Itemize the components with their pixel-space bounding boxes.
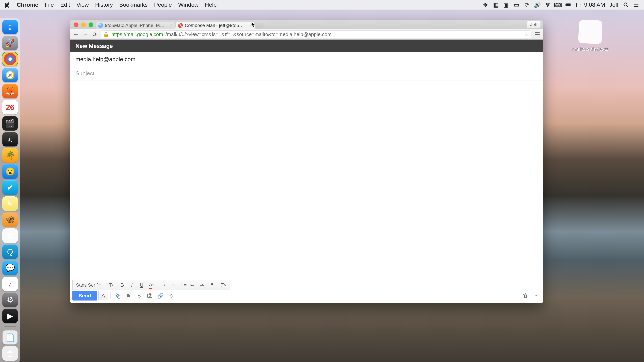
menu-people[interactable]: People bbox=[154, 1, 172, 8]
dock-calendar[interactable]: 26 bbox=[2, 100, 18, 114]
chrome-menu-button[interactable] bbox=[534, 31, 541, 38]
dock-logic[interactable]: ♫ bbox=[2, 132, 18, 147]
nav-forward-button[interactable]: → bbox=[82, 31, 89, 38]
dock-firefox[interactable]: 🦊 bbox=[2, 84, 18, 98]
window-close-button[interactable] bbox=[74, 22, 78, 27]
indent-more-button[interactable]: ⇥ bbox=[197, 280, 207, 290]
dock-messages[interactable]: 💬 bbox=[2, 261, 18, 275]
compose-subject-field[interactable]: Subject bbox=[70, 66, 543, 80]
tab-title: 9to5Mac: Apple iPhone, M… bbox=[105, 23, 165, 28]
insert-link-button[interactable]: 🔗 bbox=[156, 291, 165, 300]
address-bar[interactable]: 🔒 https://mail.google.com/mail/u/0/?view… bbox=[100, 30, 531, 38]
screenrecord-menubar-icon[interactable]: ▣ bbox=[503, 2, 509, 8]
dock-file[interactable]: 📄 bbox=[2, 330, 18, 345]
formatting-toolbar: Sans Serif ▾ тT▾ B I U A▾ ≡▾ ≔ ⋮≡ ⇤ ⇥ bbox=[72, 280, 230, 290]
dock-trash[interactable]: 🗑 bbox=[2, 346, 18, 361]
chrome-profile-badge[interactable]: Jeff bbox=[527, 21, 541, 28]
battery-menubar-icon[interactable] bbox=[566, 2, 572, 8]
new-tab-button[interactable] bbox=[255, 23, 264, 28]
dock-quip[interactable]: Q bbox=[2, 245, 18, 259]
more-options-button[interactable]: ▾ bbox=[531, 291, 541, 300]
desktop-file[interactable]: mailto.safariextz bbox=[567, 20, 614, 52]
menubar-user[interactable]: Jeff bbox=[610, 1, 618, 8]
window-minimize-button[interactable] bbox=[81, 22, 86, 27]
spotlight-icon[interactable] bbox=[623, 2, 629, 8]
insert-emoji-button[interactable]: ☺ bbox=[166, 291, 176, 300]
italic-button[interactable]: I bbox=[127, 280, 137, 290]
dock-notes[interactable]: ✎ bbox=[2, 196, 18, 211]
dock-chrome[interactable] bbox=[2, 52, 18, 66]
chrome-tabstrip: 9to5Mac: Apple iPhone, M… × Compose Mail… bbox=[70, 20, 543, 29]
attach-file-button[interactable]: 📎 bbox=[113, 291, 122, 300]
notification-center-icon[interactable]: ☰ bbox=[633, 2, 639, 8]
lock-icon: 🔒 bbox=[103, 31, 109, 37]
indent-less-button[interactable]: ⇤ bbox=[188, 280, 197, 290]
bold-button[interactable]: B bbox=[117, 280, 127, 290]
active-app-name[interactable]: Chrome bbox=[17, 1, 38, 8]
url-host: https://mail.google.com bbox=[111, 31, 163, 37]
volume-menubar-icon[interactable]: 🔊 bbox=[534, 2, 540, 8]
dock-iphoto[interactable]: 🌴 bbox=[2, 148, 18, 163]
svg-rect-2 bbox=[571, 4, 571, 5]
tab-close-icon[interactable]: × bbox=[170, 23, 173, 28]
textinput-menubar-icon[interactable]: ⌨ bbox=[555, 2, 561, 8]
quote-button[interactable]: ❝ bbox=[207, 280, 217, 290]
menu-bookmarks[interactable]: Bookmarks bbox=[119, 1, 148, 8]
remove-formatting-button[interactable]: T✕ bbox=[219, 280, 228, 290]
menu-window[interactable]: Window bbox=[178, 1, 198, 8]
numbered-list-button[interactable]: ≔ bbox=[168, 280, 178, 290]
window-zoom-button[interactable] bbox=[88, 22, 93, 27]
safariext-icon bbox=[578, 20, 602, 44]
insert-photo-button[interactable] bbox=[145, 291, 154, 300]
dock-launchpad[interactable]: 🚀 bbox=[2, 36, 18, 50]
tab-9to5mac[interactable]: 9to5Mac: Apple iPhone, M… × bbox=[96, 22, 175, 29]
font-family-picker[interactable]: Sans Serif ▾ bbox=[74, 282, 103, 288]
favicon-gmail-icon bbox=[178, 23, 183, 28]
insert-drive-button[interactable] bbox=[124, 291, 133, 300]
compose-header: New Message bbox=[70, 39, 543, 52]
bookmark-star-icon[interactable]: ☆ bbox=[524, 31, 529, 37]
font-size-button[interactable]: тT▾ bbox=[105, 280, 115, 290]
text-color-button[interactable]: A▾ bbox=[146, 280, 156, 290]
dock-itunes[interactable]: ♪ bbox=[2, 277, 18, 291]
nav-reload-button[interactable]: ⟳ bbox=[91, 31, 98, 38]
onepassword-menubar-icon[interactable]: ▦ bbox=[493, 2, 499, 8]
underline-button[interactable]: U bbox=[137, 280, 146, 290]
airplay-menubar-icon[interactable]: ▭ bbox=[514, 2, 520, 8]
dock-finder[interactable]: ☺ bbox=[2, 20, 18, 34]
menu-help[interactable]: Help bbox=[205, 1, 217, 8]
dock-separator bbox=[4, 327, 16, 327]
menu-history[interactable]: History bbox=[95, 1, 113, 8]
dock-safari[interactable]: 🧭 bbox=[2, 68, 18, 82]
dock-quicktime[interactable]: ▶ bbox=[2, 309, 18, 323]
tab-close-icon[interactable]: × bbox=[249, 23, 252, 28]
apple-menu[interactable] bbox=[5, 2, 10, 8]
discard-draft-button[interactable]: 🗑 bbox=[520, 291, 530, 300]
svg-point-4 bbox=[624, 3, 627, 6]
macos-menubar: Chrome File Edit View History Bookmarks … bbox=[0, 0, 644, 10]
menu-file[interactable]: File bbox=[44, 1, 54, 8]
dock-freeform[interactable]: 🦋 bbox=[2, 213, 18, 227]
formatting-toggle-button[interactable]: A bbox=[98, 291, 108, 300]
bulleted-list-button[interactable]: ⋮≡ bbox=[178, 280, 188, 290]
wifi-menubar-icon[interactable] bbox=[545, 2, 551, 8]
dock-app-blue[interactable]: 😮 bbox=[2, 164, 18, 179]
menu-view[interactable]: View bbox=[76, 1, 89, 8]
dock-photos[interactable]: ✿ bbox=[2, 228, 18, 243]
align-button[interactable]: ≡▾ bbox=[158, 280, 168, 290]
compose-to-field[interactable]: media.help@apple.com bbox=[70, 52, 543, 66]
send-button[interactable]: Send bbox=[72, 291, 97, 301]
dock-finalcut[interactable]: 🎬 bbox=[2, 116, 18, 131]
dock-things[interactable]: ✔ bbox=[2, 180, 18, 195]
dock-systemprefs[interactable]: ⚙ bbox=[2, 293, 18, 307]
menu-edit[interactable]: Edit bbox=[60, 1, 70, 8]
nav-back-button[interactable]: ← bbox=[72, 31, 80, 38]
tab-compose-mail[interactable]: Compose Mail - jeff@9to5… × bbox=[175, 22, 255, 29]
compose-body[interactable] bbox=[70, 80, 543, 280]
chevron-down-icon: ▾ bbox=[99, 283, 101, 287]
dropbox-menubar-icon[interactable]: ✥ bbox=[482, 2, 488, 8]
sync-menubar-icon[interactable]: ⟳ bbox=[524, 2, 530, 8]
gmail-compose: New Message media.help@apple.com Subject… bbox=[70, 39, 543, 303]
insert-money-button[interactable]: $ bbox=[134, 291, 144, 300]
menubar-clock[interactable]: Fri 9:08 AM bbox=[576, 1, 605, 8]
